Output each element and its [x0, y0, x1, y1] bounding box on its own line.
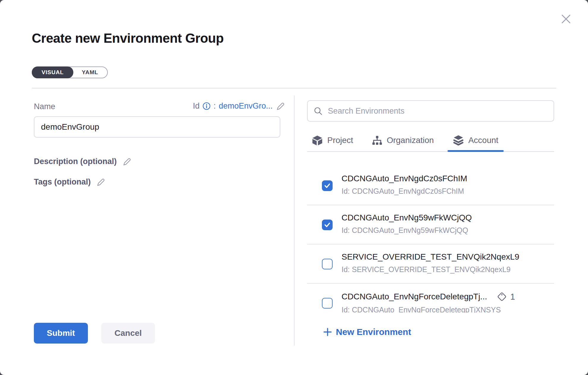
tab-account-label: Account — [468, 136, 498, 145]
description-label: Description (optional) — [34, 157, 117, 166]
environment-checkbox[interactable] — [322, 298, 333, 309]
create-environment-group-dialog: Create new Environment Group VISUAL YAML… — [0, 0, 588, 375]
environment-id: Id: CDCNGAuto_EnvNg59wFkWCjQQ — [342, 226, 554, 235]
tag-count: 1 — [510, 292, 515, 302]
close-icon[interactable] — [559, 12, 573, 26]
toggle-visual[interactable]: VISUAL — [32, 66, 73, 78]
environment-checkbox[interactable] — [322, 180, 333, 191]
environment-row: CDCNGAuto_EnvNg59wFkWCjQQ Id: CDCNGAuto_… — [307, 205, 554, 244]
environment-name: CDCNGAuto_EnvNg59wFkWCjQQ — [342, 213, 554, 223]
org-chart-icon — [372, 135, 382, 145]
plus-icon — [323, 328, 332, 336]
tags-row: Tags (optional) — [34, 177, 105, 187]
tags-label: Tags (optional) — [34, 177, 91, 187]
name-input[interactable] — [34, 116, 280, 138]
description-row: Description (optional) — [34, 157, 131, 166]
new-environment-button[interactable]: New Environment — [323, 327, 411, 337]
tab-organization-label: Organization — [387, 136, 434, 145]
environment-checkbox[interactable] — [322, 220, 333, 230]
layers-icon — [453, 135, 464, 146]
tag-icon — [497, 291, 507, 302]
id-label: Id — [193, 101, 200, 111]
environment-id: Id: CDCNGAuto_EnvNgdCz0sFChIM — [342, 187, 554, 196]
environment-name: CDCNGAuto_EnvNgForceDeletegpTj... 1 — [342, 291, 554, 302]
tag-count-badge: 1 — [497, 291, 515, 302]
environment-row: CDCNGAuto_EnvNgForceDeletegpTj... 1 — [307, 284, 554, 313]
submit-button[interactable]: Submit — [34, 323, 88, 344]
new-environment-label: New Environment — [336, 327, 411, 337]
environment-row: CDCNGAuto_EnvNgdCz0sFChIM Id: CDCNGAuto_… — [307, 166, 554, 205]
cancel-button[interactable]: Cancel — [101, 323, 155, 344]
tab-project[interactable]: Project — [310, 129, 355, 151]
search-icon — [314, 107, 323, 115]
scope-tabs: Project Organization — [307, 129, 554, 152]
entity-id-row: Id : demoEnvGro... — [193, 101, 284, 111]
search-environments-input[interactable] — [327, 106, 548, 116]
environment-name: SERVICE_OVERRIDE_TEST_ENVQik2NqexL9 — [342, 252, 554, 262]
id-separator: : — [214, 101, 216, 111]
tab-organization[interactable]: Organization — [370, 129, 436, 151]
tab-project-label: Project — [327, 136, 353, 145]
visual-yaml-toggle: VISUAL YAML — [32, 66, 108, 78]
environment-row: SERVICE_OVERRIDE_TEST_ENVQik2NqexL9 Id: … — [307, 244, 554, 284]
edit-tags-pencil-icon[interactable] — [96, 178, 105, 187]
environment-id: Id: CDCNGAuto_EnvNgForceDeletegpTjXNSYS — [342, 306, 554, 313]
environment-name: CDCNGAuto_EnvNgdCz0sFChIM — [342, 174, 554, 183]
environment-id: Id: SERVICE_OVERRIDE_TEST_ENVQik2NqexL9 — [342, 265, 554, 274]
tab-account[interactable]: Account — [451, 129, 500, 151]
name-label: Name — [34, 102, 55, 111]
environment-list: CDCNGAuto_EnvNgdCz0sFChIM Id: CDCNGAuto_… — [307, 166, 554, 313]
toggle-yaml[interactable]: YAML — [73, 67, 107, 78]
page-title: Create new Environment Group — [32, 31, 224, 46]
info-icon[interactable] — [203, 102, 211, 110]
panel-divider — [294, 96, 295, 346]
id-value: demoEnvGro... — [219, 101, 273, 111]
environment-picker-panel: Project Organization — [307, 0, 554, 375]
search-environments-box — [307, 100, 554, 122]
cube-icon — [312, 135, 323, 146]
edit-id-pencil-icon[interactable] — [276, 102, 284, 111]
edit-description-pencil-icon[interactable] — [122, 157, 131, 166]
environment-checkbox[interactable] — [322, 259, 333, 269]
